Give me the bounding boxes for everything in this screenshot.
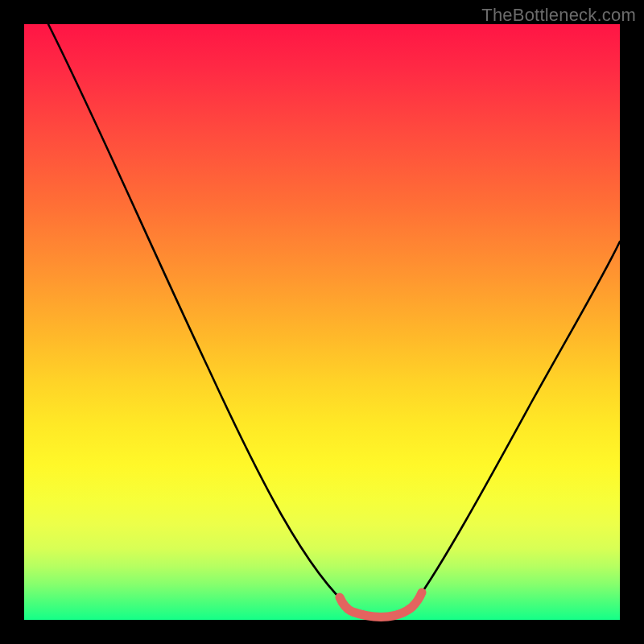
bottleneck-curve xyxy=(48,24,620,617)
chart-frame: TheBottleneck.com xyxy=(0,0,644,644)
chart-svg xyxy=(24,24,620,620)
valley-marker xyxy=(340,592,422,617)
watermark-text: TheBottleneck.com xyxy=(481,5,636,26)
plot-area xyxy=(24,24,620,620)
